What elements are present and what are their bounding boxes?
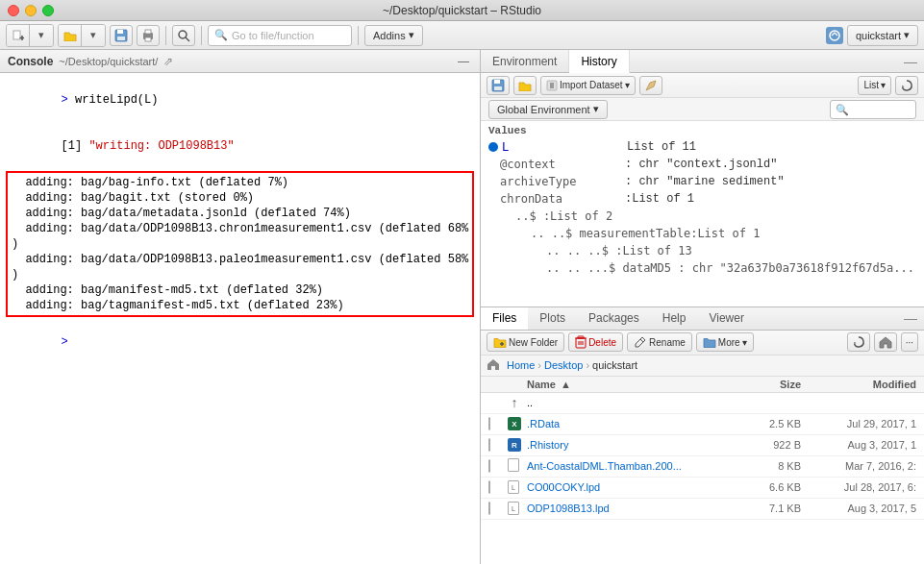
row-size-rdata: 2.5 KB [734,418,801,429]
checkbox-ant[interactable] [488,459,490,473]
console-title: Console [8,55,53,68]
global-env-btn[interactable]: Global Environment ▾ [488,100,608,119]
new-file-group: ▾ [6,24,54,47]
find-btn[interactable] [172,25,195,46]
go-to-file-input[interactable]: 🔍 Go to file/function [208,25,352,46]
row-name-ant[interactable]: Ant-CoastalDML.Thamban.200... [527,460,734,472]
minimize-button[interactable] [25,5,37,16]
files-refresh-btn[interactable] [847,332,870,352]
row-check-rhistory[interactable] [488,439,508,451]
import-dataset-btn[interactable]: Import Dataset ▾ [540,76,636,95]
row-name-co00[interactable]: CO00COKY.lpd [527,481,734,493]
files-table: Name ▲ Size Modified ↑ .. [481,377,924,565]
rename-btn[interactable]: Rename [627,332,692,352]
window-title: ~/Desktop/quickstart – RStudio [383,4,541,17]
console-path-icon[interactable]: ⇗ [163,55,173,68]
svg-line-10 [186,37,189,41]
file-row-ant[interactable]: Ant-CoastalDML.Thamban.200... 8 KB Mar 7… [481,456,924,478]
row-icon-co00: L [508,480,527,495]
row-size-co00: 6.6 KB [734,481,801,493]
breadcrumb-desktop[interactable]: Desktop [544,359,583,371]
environment-tab-actions: — [903,50,924,72]
env-search-input[interactable] [830,100,916,119]
new-folder-btn[interactable]: New Folder [487,332,564,352]
env-save-btn[interactable] [487,76,510,95]
env-clear-btn[interactable] [639,76,662,95]
env-scope-bar: Global Environment ▾ [481,98,924,121]
console-content[interactable]: > writeLipd(L) [1] "writing: ODP1098B13"… [0,73,480,564]
row-name-up: .. [527,397,734,408]
row-check-rdata[interactable] [488,418,508,429]
addins-button[interactable]: Addins ▾ [364,25,423,46]
env-minimize-btn[interactable]: — [903,54,918,69]
svg-rect-14 [494,86,502,90]
more-btn[interactable]: More ▾ [696,332,754,352]
files-home-btn[interactable] [874,332,897,352]
checkbox-rhistory[interactable] [488,438,490,452]
console-line-9: ) [12,267,468,282]
row-size-odp: 7.1 KB [734,503,801,514]
tab-history[interactable]: History [569,50,629,73]
file-row-odp[interactable]: L ODP1098B13.lpd 7.1 KB Aug 3, 2017, 5 [481,499,924,520]
env-content: Values L List of 11 @context : chr "cont… [481,121,924,307]
breadcrumb-sep-1: › [537,359,541,371]
new-file-btn[interactable] [7,25,30,46]
checkbox-co00[interactable] [488,480,490,494]
env-open-btn[interactable] [513,76,537,95]
console-line-7: ) [12,236,468,252]
breadcrumb-sep-2: › [586,359,589,371]
row-icon-odp: L [508,502,527,516]
print-btn[interactable] [137,25,160,46]
project-button[interactable]: quickstart ▾ [847,25,918,46]
tab-environment[interactable]: Environment [481,50,569,72]
tab-files[interactable]: Files [481,307,528,330]
files-more-btn[interactable]: ··· [901,332,918,352]
console-line-4: adding: bag/bagit.txt (stored 0%) [12,190,468,206]
row-name-rdata[interactable]: .RData [527,418,734,429]
file-row-co00[interactable]: L CO00COKY.lpd 6.6 KB Jul 28, 2017, 6: [481,478,924,499]
maximize-button[interactable] [42,5,54,16]
env-refresh-btn[interactable] [895,76,918,95]
new-file-dropdown[interactable]: ▾ [30,25,53,46]
row-name-odp[interactable]: ODP1098B13.lpd [527,503,734,514]
file-row-rdata[interactable]: X .RData 2.5 KB Jul 29, 2017, 1 [481,414,924,435]
open-file-btn[interactable] [59,25,82,46]
file-row-rhistory[interactable]: R .Rhistory 922 B Aug 3, 2017, 1 [481,435,924,456]
row-size-rhistory: 922 B [734,439,801,451]
files-minimize-btn[interactable]: — [903,310,918,326]
breadcrumb-home[interactable]: Home [507,359,535,371]
env-dot-icon [488,142,498,152]
row-check-co00[interactable] [488,481,508,493]
console-line-6: adding: bag/data/ODP1098B13.chron1measur… [12,221,468,236]
close-button[interactable] [8,5,19,16]
files-panel: Files Plots Packages Help Viewer — [481,307,924,565]
breadcrumb-icon [487,357,500,373]
tab-help[interactable]: Help [651,307,698,330]
console-minimize-btn[interactable]: — [455,53,472,70]
env-list-btn[interactable]: List ▾ [858,76,891,95]
console-line-3: adding: bag/bag-info.txt (deflated 7%) [12,175,468,190]
row-check-ant[interactable] [488,460,508,472]
checkbox-odp[interactable] [488,502,490,515]
checkbox-rdata[interactable] [488,417,490,430]
env-values-header: Values [481,123,924,138]
open-file-dropdown[interactable]: ▾ [82,25,105,46]
tab-viewer[interactable]: Viewer [697,307,755,330]
tab-plots[interactable]: Plots [528,307,577,330]
console-actions: — [455,53,472,70]
file-row-up[interactable]: ↑ .. [481,393,924,414]
svg-rect-0 [13,31,20,39]
svg-rect-7 [145,30,151,34]
row-name-rhistory[interactable]: .Rhistory [527,439,734,451]
row-icon-rhistory: R [508,438,527,453]
save-btn[interactable] [110,25,133,46]
col-name-header[interactable]: Name ▲ [527,379,734,390]
open-file-group: ▾ [58,24,106,47]
svg-rect-5 [117,37,125,40]
console-prompt-line: > [6,319,474,365]
env-row-meastable: .. ..$ measurementTable:List of 1 [481,225,924,242]
row-check-odp[interactable] [488,503,508,514]
tab-packages[interactable]: Packages [577,307,651,330]
console-line-2: [1] "writing: ODP1098B13" [6,123,474,169]
delete-btn[interactable]: Delete [568,332,623,352]
